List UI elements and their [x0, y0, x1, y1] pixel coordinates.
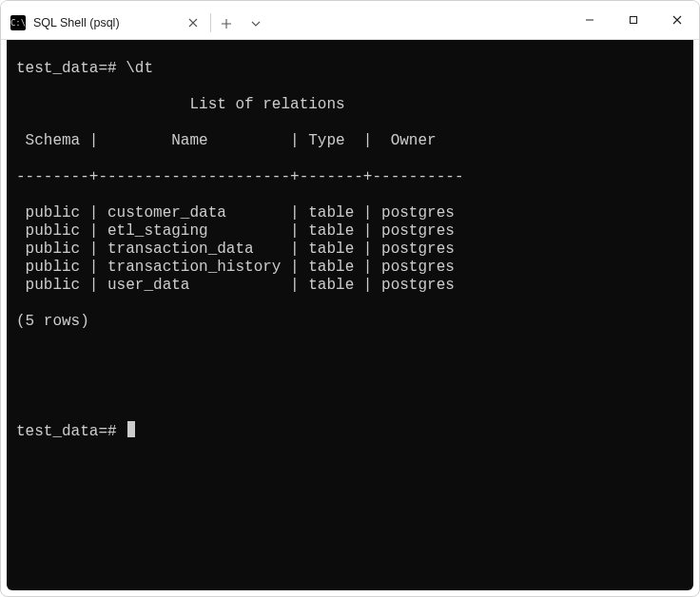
terminal-area[interactable]: test_data=# \dt List of relations Schema… [7, 40, 693, 590]
table-row: public | etl_staging | table | postgres [7, 222, 693, 241]
blank-line [7, 385, 693, 403]
new-tab-button[interactable] [211, 9, 242, 39]
tab-psql[interactable]: C:\ SQL Shell (psql) [1, 7, 210, 39]
close-window-button[interactable] [655, 1, 699, 39]
command-text: \dt [126, 60, 153, 77]
minimize-button[interactable] [568, 1, 612, 39]
prompt-line: test_data=# \dt [7, 60, 693, 78]
row-count: (5 rows) [7, 313, 693, 331]
cursor [127, 421, 135, 437]
table-row: public | user_data | table | postgres [7, 277, 693, 295]
blank-line [7, 349, 693, 367]
table-row: public | transaction_data | table | post… [7, 241, 693, 259]
tab-dropdown-button[interactable] [242, 9, 270, 39]
window-controls [568, 1, 699, 39]
maximize-button[interactable] [612, 1, 655, 39]
table-row: public | transaction_history | table | p… [7, 259, 693, 277]
table-row: public | customer_data | table | postgre… [7, 204, 693, 222]
close-tab-button[interactable] [185, 15, 201, 30]
svg-rect-0 [631, 17, 637, 24]
tab-row: C:\ SQL Shell (psql) [1, 1, 568, 39]
terminal-icon: C:\ [10, 15, 26, 30]
tab-title: SQL Shell (psql) [33, 16, 178, 29]
columns-header: Schema | Name | Type | Owner [7, 132, 693, 150]
app-window: C:\ SQL Shell (psql) [0, 0, 700, 597]
titlebar: C:\ SQL Shell (psql) [1, 1, 699, 40]
list-heading: List of relations [7, 96, 693, 114]
divider-line: --------+---------------------+-------+-… [7, 168, 693, 186]
prompt-line-empty: test_data=# [7, 421, 693, 441]
